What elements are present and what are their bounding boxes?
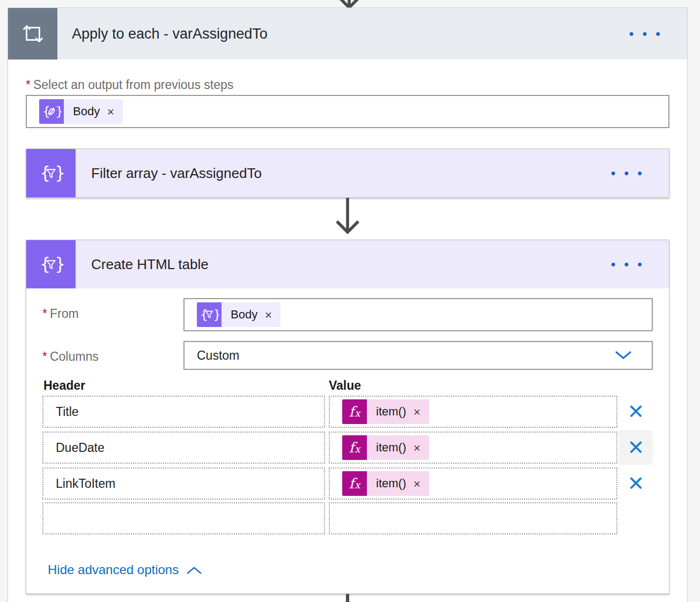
fx-expression-icon: fx: [342, 399, 367, 424]
filter-array-header[interactable]: { } Filter array - varAssignedTo •••: [26, 149, 669, 197]
filter-array-card: { } Filter array - varAssignedTo •••: [26, 148, 669, 198]
header-cell-input[interactable]: Title: [42, 396, 325, 428]
body-token[interactable]: { } Body ✕: [39, 99, 123, 124]
svg-text:}: }: [55, 254, 64, 273]
apply-to-each-menu-button[interactable]: •••: [629, 8, 687, 60]
delete-row-button[interactable]: ✕: [619, 395, 653, 429]
create-html-table-icon: { }: [26, 240, 76, 288]
delete-row-icon: ✕: [628, 473, 645, 494]
create-html-table-menu-button[interactable]: •••: [611, 240, 669, 288]
expression-token[interactable]: fx item() ✕: [342, 399, 429, 424]
columns-dropdown[interactable]: Custom: [183, 341, 653, 370]
columns-label-text: Columns: [50, 350, 99, 363]
svg-text:}: }: [213, 307, 219, 322]
hide-advanced-options-link[interactable]: Hide advanced options: [48, 562, 202, 577]
connector-stub: [346, 594, 349, 601]
columns-dropdown-value: Custom: [197, 348, 239, 363]
token-remove-icon[interactable]: ✕: [413, 406, 421, 418]
value-cell-input[interactable]: fx item() ✕: [329, 396, 617, 428]
create-html-table-title: Create HTML table: [76, 240, 611, 288]
header-column-label: Header: [42, 378, 329, 393]
value-cell-input[interactable]: [329, 502, 617, 534]
from-input[interactable]: { } Body ✕: [183, 298, 653, 331]
header-cell-input[interactable]: LinkToItem: [42, 467, 325, 500]
dynamic-content-icon: { }: [39, 99, 64, 124]
columns-label: *Columns: [42, 341, 183, 370]
table-row: LinkToItem fx item() ✕ ✕: [42, 466, 653, 501]
apply-to-each-header[interactable]: Apply to each - varAssignedTo •••: [8, 8, 687, 60]
header-cell-input[interactable]: [42, 502, 325, 534]
select-output-input[interactable]: { } Body ✕: [26, 95, 669, 128]
token-label: Body: [73, 105, 100, 118]
header-cell-text: LinkToItem: [56, 477, 115, 491]
header-cell-input[interactable]: DueDate: [42, 432, 325, 464]
expression-token[interactable]: fx item() ✕: [342, 471, 429, 496]
table-row: [42, 502, 653, 534]
filter-array-output-icon: { }: [197, 302, 222, 327]
create-html-table-header[interactable]: { } Create HTML table •••: [26, 240, 669, 288]
delete-row-icon: ✕: [628, 437, 645, 458]
from-label-text: From: [50, 307, 79, 321]
delete-row-button[interactable]: ✕: [619, 430, 653, 465]
delete-row-icon: ✕: [628, 402, 645, 422]
filter-array-icon: { }: [26, 149, 76, 197]
select-output-label: *Select an output from previous steps: [26, 78, 669, 92]
fx-expression-icon: fx: [342, 435, 367, 460]
value-cell-input[interactable]: fx item() ✕: [329, 467, 617, 500]
header-cell-text: DueDate: [56, 441, 105, 455]
svg-text:}: }: [55, 163, 64, 182]
connector-arrow: [26, 198, 669, 240]
filter-array-title: Filter array - varAssignedTo: [76, 149, 611, 197]
apply-to-each-loop-icon: [8, 8, 57, 60]
token-label: Body: [231, 308, 257, 322]
from-label: *From: [42, 298, 183, 331]
fx-expression-icon: fx: [342, 471, 367, 496]
svg-text:}: }: [55, 104, 61, 118]
token-label: item(): [376, 477, 406, 490]
apply-to-each-scope: Apply to each - varAssignedTo ••• *Selec…: [8, 8, 688, 602]
token-remove-icon[interactable]: ✕: [413, 442, 421, 454]
table-column-headers: Header Value: [42, 378, 653, 393]
table-row: DueDate fx item() ✕ ✕: [42, 430, 653, 465]
svg-text:{: {: [200, 307, 208, 322]
value-cell-input[interactable]: fx item() ✕: [329, 432, 617, 464]
header-cell-text: Title: [56, 405, 79, 419]
token-remove-icon[interactable]: ✕: [107, 106, 114, 118]
chevron-down-icon: [615, 348, 631, 363]
token-label: item(): [376, 441, 406, 455]
from-body-token[interactable]: { } Body ✕: [197, 302, 281, 327]
apply-to-each-title: Apply to each - varAssignedTo: [57, 8, 629, 60]
required-asterisk: *: [42, 307, 47, 321]
token-remove-icon[interactable]: ✕: [413, 478, 421, 490]
expression-token[interactable]: fx item() ✕: [342, 435, 429, 460]
chevron-up-icon: [187, 562, 202, 577]
value-column-label: Value: [329, 378, 361, 393]
required-asterisk: *: [26, 78, 31, 92]
filter-array-menu-button[interactable]: •••: [611, 149, 669, 197]
select-output-label-text: Select an output from previous steps: [33, 78, 233, 92]
table-row: Title fx item() ✕ ✕: [42, 395, 653, 429]
delete-row-button[interactable]: ✕: [619, 466, 653, 501]
token-label: item(): [376, 405, 406, 419]
token-remove-icon[interactable]: ✕: [264, 309, 272, 321]
create-html-table-card: { } Create HTML table ••• *From: [26, 240, 669, 594]
hide-advanced-options-label: Hide advanced options: [48, 562, 179, 577]
required-asterisk: *: [42, 350, 47, 363]
